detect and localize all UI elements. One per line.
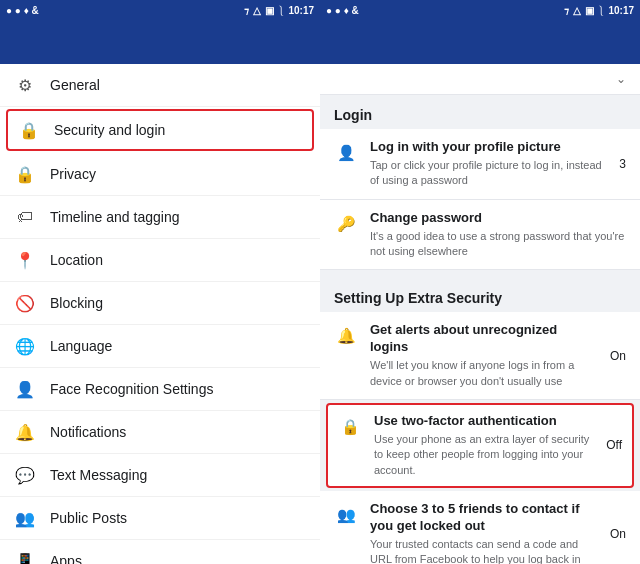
sidebar-label-messaging: Text Messaging [50, 467, 147, 483]
change-password-title: Change password [370, 210, 626, 227]
right-status-right: ⁊ △ ▣ ⎱ 10:17 [564, 5, 634, 16]
sidebar-label-general: General [50, 77, 100, 93]
right-header [320, 20, 640, 64]
right-item-trusted-contacts[interactable]: 👥 Choose 3 to 5 friends to contact if yo… [320, 491, 640, 564]
notifications-icon: 🔔 [14, 421, 36, 443]
unrecognized-logins-content: Get alerts about unrecognized logins We'… [370, 322, 598, 389]
two-factor-icon: 🔒 [338, 415, 362, 439]
privacy-icon: 🔒 [14, 163, 36, 185]
sidebar-item-apps[interactable]: 📱 Apps [0, 540, 320, 564]
sidebar-item-timeline[interactable]: 🏷 Timeline and tagging [0, 196, 320, 239]
trusted-contacts-icon: 👥 [334, 503, 358, 527]
sidebar-label-security: Security and login [54, 122, 165, 138]
right-panel: ● ● ♦ & ⁊ △ ▣ ⎱ 10:17 ⌄ Login 👤 Log in w… [320, 0, 640, 564]
left-header [0, 20, 320, 64]
security-icon: 🔒 [18, 119, 40, 141]
right-signal-icon: ▣ [585, 5, 594, 16]
trusted-contacts-title: Choose 3 to 5 friends to contact if you … [370, 501, 598, 535]
profile-login-content: Log in with your profile picture Tap or … [370, 139, 607, 189]
apps-icon: 📱 [14, 550, 36, 564]
sidebar-item-blocking[interactable]: 🚫 Blocking [0, 282, 320, 325]
sidebar-item-face[interactable]: 👤 Face Recognition Settings [0, 368, 320, 411]
chevron-down-icon: ⌄ [616, 72, 626, 86]
change-password-desc: It's a good idea to use a strong passwor… [370, 229, 626, 260]
unrecognized-logins-desc: We'll let you know if anyone logs in fro… [370, 358, 598, 389]
profile-login-desc: Tap or click your profile picture to log… [370, 158, 607, 189]
location-icon: 📍 [14, 249, 36, 271]
sections-container: Login 👤 Log in with your profile picture… [320, 95, 640, 564]
right-time: 10:17 [608, 5, 634, 16]
right-item-profile-login[interactable]: 👤 Log in with your profile picture Tap o… [320, 129, 640, 200]
sidebar-item-privacy[interactable]: 🔒 Privacy [0, 153, 320, 196]
language-icon: 🌐 [14, 335, 36, 357]
sidebar-item-language[interactable]: 🌐 Language [0, 325, 320, 368]
sidebar-item-security[interactable]: 🔒 Security and login [6, 109, 314, 151]
sidebar-label-language: Language [50, 338, 112, 354]
right-item-unrecognized-logins[interactable]: 🔔 Get alerts about unrecognized logins W… [320, 312, 640, 400]
left-panel: ● ● ♦ & ⁊ △ ▣ ⎱ 10:17 ⚙ General 🔒 Securi… [0, 0, 320, 564]
signal-icons: ● ● ♦ & [6, 5, 39, 16]
unrecognized-logins-status: On [610, 349, 626, 363]
two-factor-content: Use two-factor authentication Use your p… [374, 413, 594, 478]
sidebar-item-general[interactable]: ⚙ General [0, 64, 320, 107]
right-bluetooth-icon: ⁊ [564, 5, 569, 16]
sidebar-item-posts[interactable]: 👥 Public Posts [0, 497, 320, 540]
sidebar-label-posts: Public Posts [50, 510, 127, 526]
right-alarm-icon: △ [573, 5, 581, 16]
left-status-right: ⁊ △ ▣ ⎱ 10:17 [244, 5, 314, 16]
sidebar-label-notifications: Notifications [50, 424, 126, 440]
alarm-icon: △ [253, 5, 261, 16]
section-header-extra-security: Setting Up Extra Security [320, 278, 640, 312]
signal-icon: ▣ [265, 5, 274, 16]
unrecognized-logins-title: Get alerts about unrecognized logins [370, 322, 598, 356]
left-status-icons: ● ● ♦ & [6, 5, 39, 16]
right-status-icons: ● ● ♦ & [326, 5, 359, 16]
right-item-change-password[interactable]: 🔑 Change password It's a good idea to us… [320, 200, 640, 271]
trusted-contacts-status: On [610, 527, 626, 541]
two-factor-desc: Use your phone as an extra layer of secu… [374, 432, 594, 478]
unrecognized-logins-icon: 🔔 [334, 324, 358, 348]
sidebar-label-apps: Apps [50, 553, 82, 564]
bluetooth-icon: ⁊ [244, 5, 249, 16]
messaging-icon: 💬 [14, 464, 36, 486]
trusted-contacts-content: Choose 3 to 5 friends to contact if you … [370, 501, 598, 564]
blocking-icon: 🚫 [14, 292, 36, 314]
right-item-two-factor[interactable]: 🔒 Use two-factor authentication Use your… [326, 403, 634, 488]
sidebar-label-timeline: Timeline and tagging [50, 209, 179, 225]
right-content: ⌄ Login 👤 Log in with your profile pictu… [320, 64, 640, 564]
profile-login-title: Log in with your profile picture [370, 139, 607, 156]
section-header-login: Login [320, 95, 640, 129]
trusted-contacts-desc: Your trusted contacts can send a code an… [370, 537, 598, 564]
two-factor-status: Off [606, 438, 622, 452]
left-time: 10:17 [288, 5, 314, 16]
right-signal-icons: ● ● ♦ & [326, 5, 359, 16]
profile-login-status: 3 [619, 157, 626, 171]
profile-login-icon: 👤 [334, 141, 358, 165]
change-password-content: Change password It's a good idea to use … [370, 210, 626, 260]
general-icon: ⚙ [14, 74, 36, 96]
see-more-bar[interactable]: ⌄ [320, 64, 640, 95]
two-factor-title: Use two-factor authentication [374, 413, 594, 430]
sidebar-label-face: Face Recognition Settings [50, 381, 213, 397]
right-status-bar: ● ● ♦ & ⁊ △ ▣ ⎱ 10:17 [320, 0, 640, 20]
posts-icon: 👥 [14, 507, 36, 529]
sidebar-item-location[interactable]: 📍 Location [0, 239, 320, 282]
face-icon: 👤 [14, 378, 36, 400]
change-password-icon: 🔑 [334, 212, 358, 236]
sidebar-label-blocking: Blocking [50, 295, 103, 311]
right-battery-icon: ⎱ [598, 5, 604, 16]
sidebar-label-privacy: Privacy [50, 166, 96, 182]
timeline-icon: 🏷 [14, 206, 36, 228]
sidebar-item-messaging[interactable]: 💬 Text Messaging [0, 454, 320, 497]
battery-icon: ⎱ [278, 5, 284, 16]
sidebar-item-notifications[interactable]: 🔔 Notifications [0, 411, 320, 454]
settings-list: ⚙ General 🔒 Security and login 🔒 Privacy… [0, 64, 320, 564]
sidebar-label-location: Location [50, 252, 103, 268]
left-status-bar: ● ● ♦ & ⁊ △ ▣ ⎱ 10:17 [0, 0, 320, 20]
